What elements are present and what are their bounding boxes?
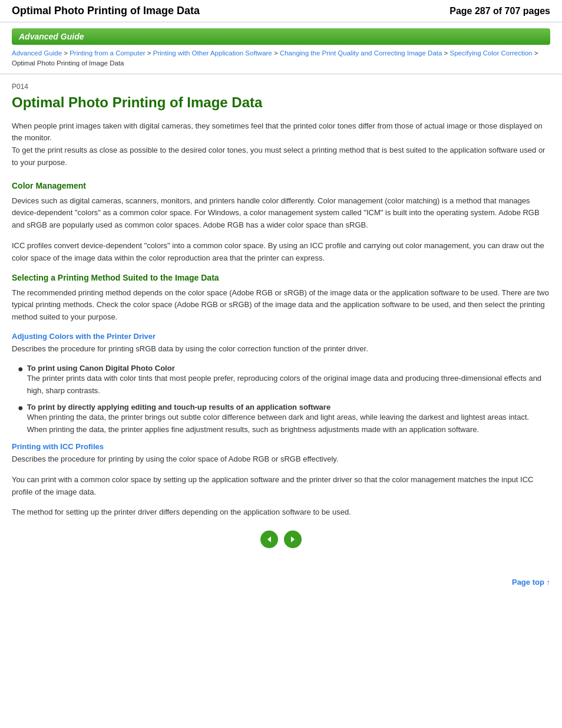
prev-arrow-icon — [265, 535, 273, 543]
prev-button[interactable] — [260, 531, 278, 548]
bullet-2-text2: When printing the data, the printer appl… — [27, 424, 530, 436]
selecting-printing-title: Selecting a Printing Method Suited to th… — [12, 273, 550, 282]
page-top-container: Page top ↑ — [0, 572, 562, 592]
svg-marker-0 — [267, 536, 271, 542]
intro-text-1: When people print images taken with digi… — [12, 121, 543, 143]
bullet-2-label: To print by directly applying editing an… — [27, 403, 330, 411]
bullet-1-label: To print using Canon Digital Photo Color — [27, 364, 175, 373]
main-title: Optimal Photo Printing of Image Data — [12, 94, 550, 111]
printing-icc-title: Printing with ICC Profiles — [12, 442, 550, 451]
color-management-para1: Devices such as digital cameras, scanner… — [12, 195, 550, 232]
svg-marker-1 — [291, 536, 295, 542]
breadcrumb-printing-computer[interactable]: Printing from a Computer — [70, 50, 145, 57]
bullet-item-2: ● To print by directly applying editing … — [18, 403, 550, 436]
bullet-icon-1: ● — [18, 364, 24, 374]
next-button[interactable] — [284, 531, 302, 548]
adjusting-colors-subsection: Adjusting Colors with the Printer Driver… — [12, 332, 550, 436]
banner-label: Advanced Guide — [19, 32, 84, 41]
selecting-printing-para1: The recommended printing method depends … — [12, 287, 550, 324]
document-title: Optimal Photo Printing of Image Data — [12, 5, 200, 17]
breadcrumb: Advanced Guide > Printing from a Compute… — [0, 45, 562, 74]
main-content: P014 Optimal Photo Printing of Image Dat… — [0, 74, 562, 572]
color-management-section: Color Management Devices such as digital… — [12, 181, 550, 265]
advanced-guide-banner: Advanced Guide — [12, 28, 550, 45]
page-top-link[interactable]: Page top ↑ — [512, 578, 550, 587]
printing-icc-subsection: Printing with ICC Profiles Describes the… — [12, 442, 550, 519]
color-management-para2: ICC profiles convert device-dependent "c… — [12, 240, 550, 265]
breadcrumb-advanced-guide[interactable]: Advanced Guide — [12, 50, 62, 57]
breadcrumb-print-quality[interactable]: Changing the Print Quality and Correctin… — [280, 50, 442, 57]
page-top-arrow: ↑ — [547, 578, 551, 587]
printing-icc-para2: You can print with a common color space … — [12, 474, 550, 499]
page-id: P014 — [12, 83, 550, 91]
header: Optimal Photo Printing of Image Data Pag… — [0, 0, 562, 22]
bullet-1-text: The printer prints data with color tints… — [27, 373, 550, 397]
next-arrow-icon — [289, 535, 297, 543]
bullet-icon-2: ● — [18, 403, 24, 413]
intro-text-2: To get the print results as close as pos… — [12, 146, 545, 167]
page-info: Page 287 of 707 pages — [449, 6, 550, 17]
selecting-printing-method-section: Selecting a Printing Method Suited to th… — [12, 273, 550, 519]
bullet-2-text1: When printing the data, the printer brin… — [27, 411, 530, 424]
page-top-label: Page top — [512, 578, 544, 587]
adjusting-colors-desc: Describes the procedure for printing sRG… — [12, 343, 550, 355]
breadcrumb-color-correction[interactable]: Specifying Color Correction — [450, 50, 533, 57]
breadcrumb-printing-software[interactable]: Printing with Other Application Software — [153, 50, 272, 57]
bullet-item-1: ● To print using Canon Digital Photo Col… — [18, 364, 550, 397]
color-management-title: Color Management — [12, 181, 550, 190]
intro-paragraph: When people print images taken with digi… — [12, 120, 550, 169]
printing-icc-para1: Describes the procedure for printing by … — [12, 453, 550, 466]
adjusting-colors-title: Adjusting Colors with the Printer Driver — [12, 332, 550, 341]
printing-icc-para3: The method for setting up the printer dr… — [12, 506, 550, 519]
nav-arrows — [12, 531, 550, 548]
